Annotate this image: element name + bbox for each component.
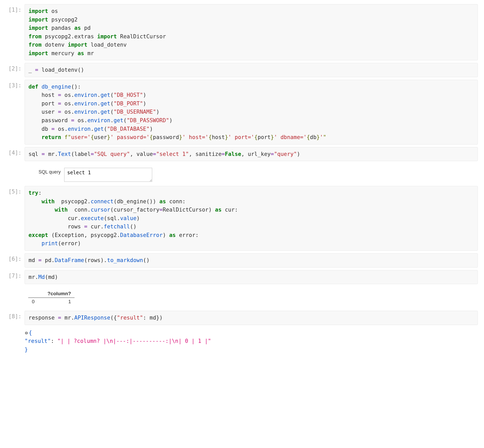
prompt-4-out xyxy=(0,164,25,166)
cell-1: [1]: import os import psycopg2 import pa… xyxy=(0,4,484,60)
json-output: ⊖{ "result": "| | ?column? |\n|---:|----… xyxy=(25,328,478,354)
prompt-8: [8]: xyxy=(0,311,25,320)
prompt-1: [1]: xyxy=(0,4,25,13)
cell-4: [4]: sql = mr.Text(label="SQL query", va… xyxy=(0,147,484,161)
cell-3: [3]: def db_engine(): host = os.environ.… xyxy=(0,80,484,144)
code-5: try: with psycopg2.connect(db_engine()) … xyxy=(28,189,474,248)
code-1: import os import psycopg2 import pandas … xyxy=(28,7,474,57)
md-output: ?column? 0 1 xyxy=(25,287,478,308)
code-6: md = pd.DataFrame(rows).to_markdown() xyxy=(28,256,474,265)
table-cell-value: 1 xyxy=(44,298,75,306)
code-2: _ = load_dotenv() xyxy=(28,66,474,74)
prompt-5: [5]: xyxy=(0,186,25,195)
table-header-blank xyxy=(28,290,44,298)
json-key: "result" xyxy=(25,338,51,344)
code-input-3[interactable]: def db_engine(): host = os.environ.get("… xyxy=(25,80,478,144)
prompt-7-out xyxy=(0,287,25,289)
table-row: 0 1 xyxy=(28,298,75,306)
table-cell-index: 0 xyxy=(28,298,44,306)
cell-5: [5]: try: with psycopg2.connect(db_engin… xyxy=(0,186,484,251)
cell-8-output: ⊖{ "result": "| | ?column? |\n|---:|----… xyxy=(0,328,484,354)
json-close-brace: } xyxy=(25,346,28,353)
notebook: [1]: import os import psycopg2 import pa… xyxy=(0,0,484,367)
json-colon: : xyxy=(51,338,57,344)
code-8: response = mr.APIResponse({"result": md}… xyxy=(28,314,474,322)
cell-6: [6]: md = pd.DataFrame(rows).to_markdown… xyxy=(0,253,484,268)
code-input-8[interactable]: response = mr.APIResponse({"result": md}… xyxy=(25,311,478,325)
code-input-2[interactable]: _ = load_dotenv() xyxy=(25,63,478,77)
code-input-5[interactable]: try: with psycopg2.connect(db_engine()) … xyxy=(25,186,478,251)
code-input-4[interactable]: sql = mr.Text(label="SQL query", value="… xyxy=(25,147,478,161)
prompt-8-out xyxy=(0,328,25,330)
code-7: mr.Md(md) xyxy=(28,273,474,281)
prompt-6: [6]: xyxy=(0,253,25,262)
result-table: ?column? 0 1 xyxy=(28,290,75,306)
table-header-row: ?column? xyxy=(28,290,75,298)
prompt-4: [4]: xyxy=(0,147,25,156)
widget-output: SQL query xyxy=(25,164,478,183)
code-input-7[interactable]: mr.Md(md) xyxy=(25,270,478,284)
code-input-6[interactable]: md = pd.DataFrame(rows).to_markdown() xyxy=(25,253,478,268)
cell-7-output: ?column? 0 1 xyxy=(0,287,484,308)
prompt-7: [7]: xyxy=(0,270,25,279)
code-4: sql = mr.Text(label="SQL query", value="… xyxy=(28,150,474,158)
widget-label: SQL query xyxy=(39,168,61,175)
cell-4-output: SQL query xyxy=(0,164,484,183)
table-header-column: ?column? xyxy=(44,290,75,298)
cell-2: [2]: _ = load_dotenv() xyxy=(0,63,484,77)
cell-8: [8]: response = mr.APIResponse({"result"… xyxy=(0,311,484,325)
code-input-1[interactable]: import os import psycopg2 import pandas … xyxy=(25,4,478,60)
json-open-brace: { xyxy=(29,330,32,336)
json-value: "| | ?column? |\n|---:|----------:|\n| 0… xyxy=(57,338,211,344)
prompt-3: [3]: xyxy=(0,80,25,89)
sql-query-input[interactable] xyxy=(64,168,152,182)
cell-7: [7]: mr.Md(md) xyxy=(0,270,484,284)
code-3: def db_engine(): host = os.environ.get("… xyxy=(28,83,474,142)
collapse-icon[interactable]: ⊖ xyxy=(25,329,28,337)
prompt-2: [2]: xyxy=(0,63,25,72)
